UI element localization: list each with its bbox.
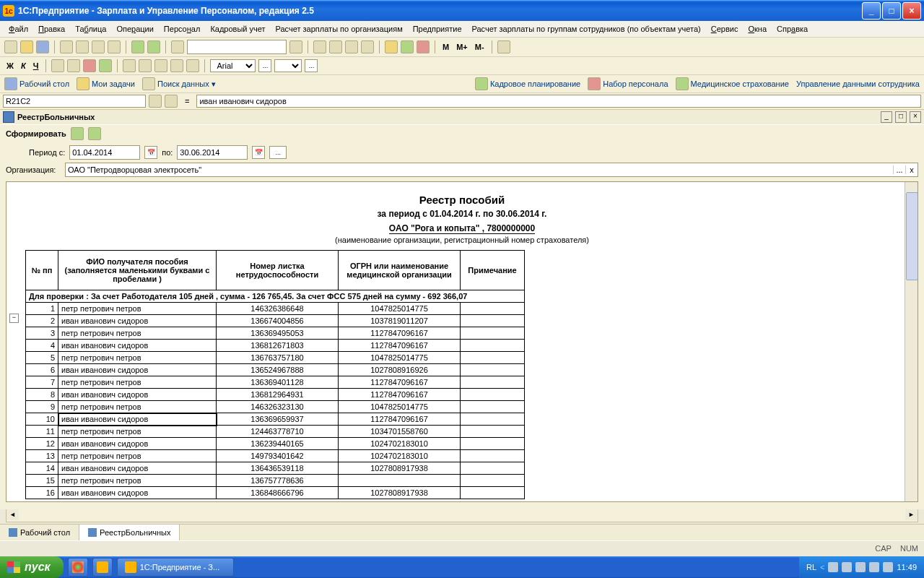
table-row[interactable]: 13петр петрович петров149793401642102470… [26, 450, 525, 462]
new-icon[interactable] [4, 40, 17, 53]
font-size-more[interactable]: ... [305, 59, 318, 72]
user-icon[interactable] [417, 40, 430, 53]
mdi-restore[interactable]: □ [895, 111, 907, 123]
font-name-more[interactable]: ... [258, 59, 271, 72]
mdi-minimize[interactable]: _ [881, 111, 892, 123]
table-row[interactable]: 3петр петрович петров1363694950531127847… [26, 327, 525, 340]
m-button[interactable]: М [440, 43, 451, 51]
collapse-group-button[interactable]: − [9, 314, 19, 323]
menu-personnel[interactable]: Персонал [160, 22, 205, 35]
org-select-button[interactable]: ... [893, 165, 905, 174]
table-row[interactable]: 8иван иванович сидоров136812964931112784… [26, 389, 525, 401]
bottom-tab-desktop[interactable]: Рабочий стол [0, 525, 79, 540]
table-row[interactable]: 7петр петрович петров1363694011281127847… [26, 376, 525, 389]
table-row[interactable]: 1петр петрович петров1463263866481047825… [26, 303, 525, 315]
grid4-icon[interactable] [361, 40, 374, 53]
redo-icon[interactable] [147, 40, 160, 53]
period-from-input[interactable] [69, 145, 140, 160]
org-input[interactable] [66, 164, 893, 176]
table-row[interactable]: 14иван иванович сидоров13643653911810278… [26, 462, 525, 475]
tray-icon-1[interactable] [828, 562, 838, 572]
cell-tool1-icon[interactable] [149, 95, 162, 108]
mdi-close[interactable]: × [910, 111, 921, 123]
mplus-button[interactable]: М+ [454, 43, 470, 51]
tray-clock[interactable]: 11:49 [897, 563, 917, 571]
menu-payroll-org[interactable]: Расчет зарплаты по организациям [271, 22, 407, 35]
menu-file[interactable]: Файл [4, 22, 32, 35]
link-desktop[interactable]: Рабочий стол [4, 77, 69, 90]
undo-icon[interactable] [131, 40, 144, 53]
tool-icon[interactable] [497, 40, 510, 53]
menu-table[interactable]: Таблица [71, 22, 110, 35]
org-clear-button[interactable]: x [905, 165, 918, 174]
menu-enterprise[interactable]: Предприятие [409, 22, 466, 35]
table-row[interactable]: 10иван иванович сидоров13636965993711278… [26, 413, 525, 426]
menu-windows[interactable]: Окна [744, 22, 771, 35]
underline-button[interactable]: Ч [31, 61, 41, 70]
period-to-input[interactable] [177, 145, 248, 160]
vertical-scrollbar[interactable] [905, 182, 918, 501]
grid3-icon[interactable] [345, 40, 358, 53]
org-field[interactable]: ... x [65, 163, 918, 177]
menu-payroll-group[interactable]: Расчет зарплаты по группам сотрудников (… [468, 22, 705, 35]
merge-icon[interactable] [186, 59, 199, 72]
action2-icon[interactable] [88, 127, 101, 140]
start-button[interactable]: пуск [0, 556, 64, 578]
table-row[interactable]: 5петр петрович петров1367637571801047825… [26, 352, 525, 364]
search-icon[interactable] [171, 40, 184, 53]
table-row[interactable]: 11петр петрович петров124463778710103470… [26, 426, 525, 438]
taskbar-1c[interactable]: 1С:Предприятие - З... [117, 558, 234, 577]
calc-icon[interactable] [385, 40, 398, 53]
action1-icon[interactable] [71, 127, 84, 140]
link-medical[interactable]: Медицинское страхование [676, 77, 789, 90]
font-color-icon[interactable] [83, 59, 96, 72]
taskbar-chrome[interactable] [68, 558, 88, 577]
align-left-icon[interactable] [123, 59, 136, 72]
tray-icon-2[interactable] [842, 562, 852, 572]
paste-icon[interactable] [92, 40, 105, 53]
link-planning[interactable]: Кадровое планирование [475, 77, 580, 90]
taskbar-folder[interactable] [92, 558, 113, 577]
hscroll-left-icon[interactable]: ◄ [6, 509, 19, 520]
font-size-select[interactable]: 8 [274, 59, 302, 72]
italic-button[interactable]: К [19, 61, 28, 70]
cell-tool2-icon[interactable] [165, 95, 178, 108]
close-button[interactable]: × [902, 2, 921, 20]
menu-hr[interactable]: Кадровый учет [206, 22, 269, 35]
menu-service[interactable]: Сервис [707, 22, 743, 35]
table-row[interactable]: 2иван иванович сидоров136674004856103781… [26, 315, 525, 327]
hscroll-right-icon[interactable]: ► [905, 509, 918, 520]
cut-icon[interactable] [60, 40, 73, 53]
align-center-icon[interactable] [139, 59, 152, 72]
menu-operations[interactable]: Операции [112, 22, 157, 35]
search-input[interactable] [187, 40, 287, 54]
bg-color-icon[interactable] [99, 59, 112, 72]
link-empdata[interactable]: Управление данными сотрудника [796, 79, 920, 88]
link-search[interactable]: Поиск данных ▾ [142, 77, 216, 90]
menu-help[interactable]: Справка [772, 22, 812, 35]
link-tasks[interactable]: Мои задачи [77, 77, 135, 90]
tray-icon-3[interactable] [855, 562, 866, 572]
table-row[interactable]: 4иван иванович сидоров136812671803112784… [26, 340, 525, 352]
search-go-icon[interactable] [289, 40, 302, 53]
maximize-button[interactable]: □ [882, 2, 901, 20]
font-name-select[interactable]: Arial [210, 59, 256, 72]
minimize-button[interactable]: _ [862, 2, 881, 20]
report-table[interactable]: № ппФИО получателя пособия (заполняется … [25, 250, 525, 499]
border-icon[interactable] [51, 59, 64, 72]
period-from-cal-icon[interactable]: 📅 [144, 146, 157, 159]
tray-icon-5[interactable] [883, 562, 893, 572]
table-row[interactable]: 16иван иванович сидоров13684866679610278… [26, 487, 525, 499]
copy-icon[interactable] [76, 40, 89, 53]
period-to-cal-icon[interactable]: 📅 [252, 146, 265, 159]
table-row[interactable]: 12иван иванович сидоров13623944016510247… [26, 438, 525, 450]
horizontal-scrollbar[interactable]: ◄ ► [6, 509, 918, 522]
menu-edit[interactable]: Правка [34, 22, 69, 35]
tray-lang[interactable]: RL [806, 563, 816, 571]
tray-icon-4[interactable] [869, 562, 879, 572]
period-more-button[interactable]: ... [269, 146, 287, 159]
cell-value-input[interactable] [196, 95, 921, 108]
calendar-icon[interactable] [401, 40, 414, 53]
table-row[interactable]: 6иван иванович сидоров136524967888102780… [26, 364, 525, 376]
table-row[interactable]: 9петр петрович петров1463263231301047825… [26, 401, 525, 413]
